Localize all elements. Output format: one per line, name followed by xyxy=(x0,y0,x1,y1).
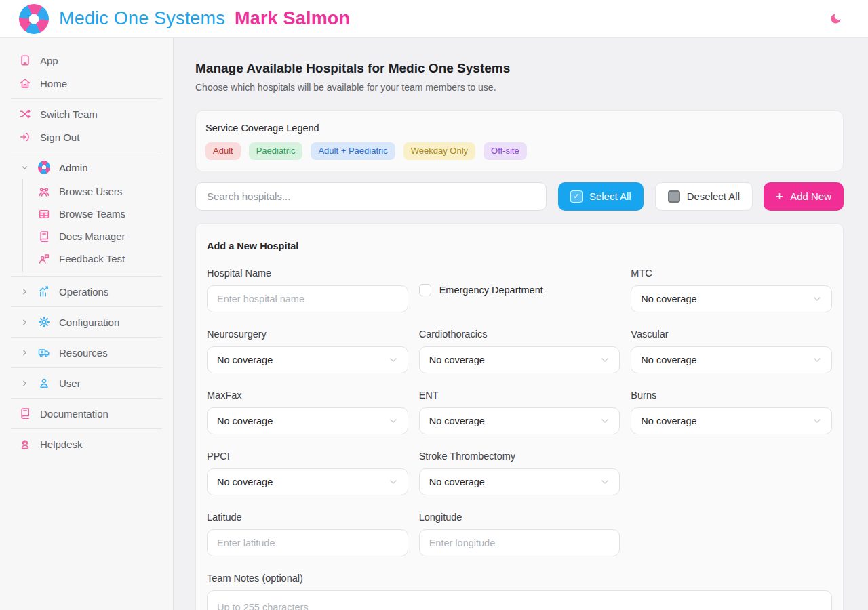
chart-icon xyxy=(38,285,50,298)
sidebar-item-app[interactable]: App xyxy=(0,49,173,72)
select-all-button[interactable]: ✓ Select All xyxy=(558,182,644,211)
select-value: No coverage xyxy=(217,415,273,426)
chevron-right-icon xyxy=(20,348,29,357)
add-new-label: Add New xyxy=(790,190,831,202)
sidebar-item-home[interactable]: Home xyxy=(0,72,173,95)
field-neurosurgery: Neurosurgery No coverage xyxy=(207,329,408,373)
sidebar-item-user[interactable]: User xyxy=(0,371,173,394)
brand-logo-icon xyxy=(19,4,49,34)
sidebar-item-label: Configuration xyxy=(59,317,119,328)
sign-out-icon xyxy=(19,131,31,143)
sidebar-item-documentation[interactable]: Documentation xyxy=(0,402,173,425)
chevron-down-icon xyxy=(20,163,29,172)
app-header: Medic One Systems Mark Salmon xyxy=(0,0,868,38)
sidebar-item-docs-manager[interactable]: Docs Manager xyxy=(23,225,173,247)
cardiothoracics-select[interactable]: No coverage xyxy=(419,346,620,373)
chevron-down-icon xyxy=(812,415,823,426)
legend-title: Service Coverage Legend xyxy=(205,123,833,134)
mtc-select[interactable]: No coverage xyxy=(631,285,832,312)
legend-chip-weekday-only: Weekday Only xyxy=(403,142,475,160)
chevron-down-icon xyxy=(388,354,399,365)
sidebar-divider xyxy=(11,152,162,152)
user-comment-icon xyxy=(38,253,50,265)
field-label: Neurosurgery xyxy=(207,329,408,340)
ambulance-icon xyxy=(38,346,50,359)
add-new-button[interactable]: + Add New xyxy=(764,182,844,211)
emergency-department-checkbox[interactable] xyxy=(419,284,431,296)
ppci-select[interactable]: No coverage xyxy=(207,468,408,495)
page-title: Manage Available Hospitals for Medic One… xyxy=(195,61,844,76)
sidebar-item-browse-teams[interactable]: Browse Teams xyxy=(23,203,173,225)
field-mtc: MTC No coverage xyxy=(631,268,832,312)
chevron-down-icon xyxy=(599,415,610,426)
stroke-thrombectomy-select[interactable]: No coverage xyxy=(419,468,620,495)
team-notes-textarea[interactable] xyxy=(207,590,832,610)
field-label: Cardiothoracics xyxy=(419,329,620,340)
chevron-down-icon xyxy=(599,354,610,365)
service-coverage-legend: Service Coverage Legend Adult Paediatric… xyxy=(195,110,844,171)
dark-mode-toggle[interactable] xyxy=(825,8,846,30)
current-user-name: Mark Salmon xyxy=(235,8,350,29)
hospital-name-input[interactable] xyxy=(207,285,408,312)
sidebar-divider xyxy=(11,306,162,307)
latitude-input[interactable] xyxy=(207,529,408,556)
field-label: Burns xyxy=(631,390,832,401)
select-value: No coverage xyxy=(641,354,696,365)
grid-spacer xyxy=(631,451,832,495)
page-subtitle: Choose which hospitals will be available… xyxy=(195,82,844,93)
sidebar-item-operations[interactable]: Operations xyxy=(0,280,173,303)
home-icon xyxy=(19,77,31,89)
burns-select[interactable]: No coverage xyxy=(631,407,832,434)
legend-chips: Adult Paediatric Adult + Paediatric Week… xyxy=(205,142,833,160)
sidebar-item-label: Operations xyxy=(59,286,108,298)
field-maxfax: MaxFax No coverage xyxy=(207,390,408,434)
longitude-input[interactable] xyxy=(419,529,620,556)
ent-select[interactable]: No coverage xyxy=(419,407,620,434)
sidebar-item-switch-team[interactable]: Switch Team xyxy=(0,102,173,125)
deselect-all-label: Deselect All xyxy=(687,190,740,202)
sidebar-item-sign-out[interactable]: Sign Out xyxy=(0,125,173,148)
admin-submenu: Browse Users Browse Teams Docs Manager F… xyxy=(22,179,173,272)
book-icon xyxy=(38,230,50,243)
support-agent-icon xyxy=(19,438,31,450)
neurosurgery-select[interactable]: No coverage xyxy=(207,346,408,373)
search-input[interactable] xyxy=(195,182,547,211)
sidebar-item-label: Sign Out xyxy=(40,131,79,143)
field-label: PPCI xyxy=(207,451,408,462)
vascular-select[interactable]: No coverage xyxy=(631,346,832,373)
chevron-down-icon xyxy=(388,476,399,487)
select-value: No coverage xyxy=(217,476,273,487)
field-label: Longitude xyxy=(419,512,620,523)
field-latitude: Latitude xyxy=(207,512,408,556)
maxfax-select[interactable]: No coverage xyxy=(207,407,408,434)
field-longitude: Longitude xyxy=(419,512,620,556)
field-vascular: Vascular No coverage xyxy=(631,329,832,373)
select-value: No coverage xyxy=(429,354,485,365)
sidebar-item-label: Feedback Test xyxy=(59,253,125,264)
sidebar-item-label: App xyxy=(40,55,58,66)
sidebar-item-configuration[interactable]: Configuration xyxy=(0,310,173,333)
table-grid-icon xyxy=(38,208,50,220)
sidebar-item-resources[interactable]: Resources xyxy=(0,341,173,364)
sidebar-item-helpdesk[interactable]: Helpdesk xyxy=(0,432,173,455)
sidebar-item-label: Helpdesk xyxy=(40,439,83,450)
legend-chip-off-site: Off-site xyxy=(484,142,527,160)
sidebar-item-label: User xyxy=(59,378,81,389)
admin-swirl-icon xyxy=(38,161,50,174)
field-hospital-name: Hospital Name xyxy=(207,268,408,312)
deselect-all-button[interactable]: Deselect All xyxy=(655,182,753,211)
chevron-right-icon xyxy=(20,378,29,388)
sidebar-item-feedback-test[interactable]: Feedback Test xyxy=(23,247,173,270)
sidebar-item-label: Docs Manager xyxy=(59,230,125,242)
select-value: No coverage xyxy=(217,354,273,365)
legend-chip-paediatric: Paediatric xyxy=(249,142,303,160)
sidebar-item-label: Browse Users xyxy=(59,186,122,197)
checkbox-checked-icon: ✓ xyxy=(570,190,583,203)
chevron-down-icon xyxy=(812,354,823,365)
sidebar-divider xyxy=(11,398,162,399)
sidebar-item-label: Home xyxy=(40,78,67,89)
sidebar-item-admin[interactable]: Admin xyxy=(0,156,173,179)
field-label: Emergency Department xyxy=(439,285,543,296)
sidebar-item-label: Switch Team xyxy=(40,108,98,120)
sidebar-item-browse-users[interactable]: Browse Users xyxy=(23,180,173,203)
